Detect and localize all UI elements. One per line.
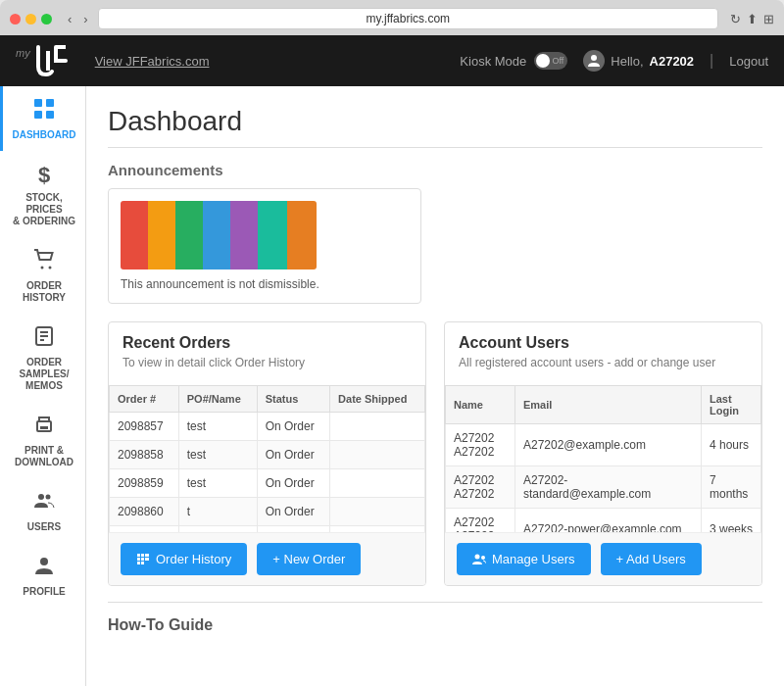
name-cell: A27202 A27202 [446,424,515,466]
last-login-cell: 3 weeks [701,509,760,533]
col-order-num: Order # [110,386,179,413]
back-button[interactable]: ‹ [64,10,75,28]
page-title: Dashboard [108,106,762,148]
status-cell: On Order [257,441,329,469]
main-layout: DASHBOARD $ STOCK,PRICES& ORDERING ORDER… [0,86,784,686]
account-users-footer: Manage Users + Add Users [445,532,761,585]
top-nav: my View JFFabrics.com Kiosk Mode Off Hel… [0,35,784,86]
account-users-table: Name Email Last Login A27202 A27202A2720… [445,385,761,532]
svg-point-6 [49,267,52,270]
browser-chrome: ‹ › my.jffabrics.com ↻ ⬆ ⊞ [0,0,784,35]
share-button[interactable]: ⬆ [747,12,758,26]
address-bar[interactable]: my.jffabrics.com [98,8,718,29]
howto-title: How-To Guide [108,616,762,634]
toggle-off-label: Off [552,54,564,68]
new-tab-button[interactable]: ⊞ [763,12,774,26]
col-status: Status [257,386,329,413]
svg-point-13 [38,494,44,500]
col-name: Name [446,386,515,424]
order-history-icon [136,553,150,566]
minimize-dot[interactable] [25,14,36,24]
sidebar-print-label: PRINT &DOWNLOAD [15,445,74,468]
sidebar-users-label: USERS [27,521,61,533]
account-users-title: Account Users [459,334,748,352]
po-cell: t [178,498,257,526]
table-row: A27202 A27202A27202-standard@example.com… [446,466,761,509]
table-row: A27202 A27202A27202@example.com4 hours [446,424,761,466]
svg-point-24 [475,554,480,559]
dashboard-icon [33,98,55,125]
svg-rect-17 [141,554,144,557]
view-jffabrics-link[interactable]: View JFFabrics.com [95,54,210,69]
close-dot[interactable] [10,14,21,24]
last-login-cell: 4 hours [701,424,760,466]
table-row: 2098857testOn Order [110,413,425,441]
samples-icon [33,325,55,353]
new-order-label: + New Order [272,552,345,566]
sidebar: DASHBOARD $ STOCK,PRICES& ORDERING ORDER… [0,86,86,686]
col-po-name: PO#/Name [178,386,257,413]
name-cell: A27202 A27202 [446,509,515,533]
sidebar-item-print[interactable]: PRINT &DOWNLOAD [0,402,85,478]
app-wrapper: my View JFFabrics.com Kiosk Mode Off Hel… [0,35,784,686]
svg-point-0 [591,55,597,61]
svg-point-14 [46,495,51,500]
announcement-image [121,201,317,270]
svg-rect-21 [145,558,149,561]
kiosk-toggle-switch[interactable]: Off [534,52,567,70]
account-users-header: Account Users All registered account use… [445,322,761,385]
svg-rect-2 [46,99,54,107]
po-cell: test [178,441,257,469]
recent-orders-panel: Recent Orders To view in detail click Or… [108,321,426,586]
sidebar-item-stock[interactable]: $ STOCK,PRICES& ORDERING [0,151,85,237]
table-row: 2098860tOn Order [110,498,425,526]
jf-logo [32,43,75,78]
refresh-button[interactable]: ↻ [730,12,741,26]
add-users-button[interactable]: + Add Users [601,543,702,575]
svg-rect-3 [34,111,42,119]
logo: my [16,43,75,78]
sidebar-item-order-history[interactable]: ORDERHISTORY [0,237,85,314]
col-date-shipped: Date Shipped [330,386,425,413]
po-cell: test [178,413,257,441]
print-icon [33,414,55,441]
account-users-panel: Account Users All registered account use… [444,321,762,586]
add-users-label: + Add Users [616,552,686,566]
forward-button[interactable]: › [79,10,91,28]
email-cell: A27202-power@example.com [514,509,701,533]
svg-point-5 [41,267,44,270]
svg-rect-18 [145,554,149,557]
logout-button[interactable]: Logout [729,54,768,69]
account-users-table-wrapper[interactable]: Name Email Last Login A27202 A27202A2720… [445,385,761,532]
order-history-button[interactable]: Order History [121,543,247,575]
order-history-label: Order History [156,552,231,566]
sidebar-item-order-samples[interactable]: ORDERSAMPLES/MEMOS [0,314,85,402]
svg-rect-4 [46,111,54,119]
dollar-icon: $ [38,163,50,188]
sidebar-item-users[interactable]: USERS [0,478,85,543]
announcement-text: This announcement is not dismissible. [121,277,409,291]
sidebar-profile-label: PROFILE [23,586,65,598]
shipped-cell [330,498,425,526]
recent-orders-subtitle: To view in detail click Order History [122,356,412,369]
manage-users-button[interactable]: Manage Users [457,543,591,575]
sidebar-dashboard-label: DASHBOARD [13,129,76,141]
svg-rect-20 [141,558,144,561]
sidebar-item-profile[interactable]: PROFILE [0,543,85,608]
account-users-subtitle: All registered account users - add or ch… [459,356,748,369]
recent-orders-table-wrapper[interactable]: Order # PO#/Name Status Date Shipped 209… [109,385,425,532]
sidebar-item-dashboard[interactable]: DASHBOARD [0,86,85,151]
new-order-button[interactable]: + New Order [257,543,361,575]
order-num-cell: 2098857 [110,413,179,441]
my-text: my [16,47,30,59]
status-cell: On Order [257,413,329,441]
maximize-dot[interactable] [41,14,52,24]
shipped-cell [330,441,425,469]
nav-divider: | [710,52,713,70]
col-last-login: Last Login [701,386,760,424]
two-col-layout: Recent Orders To view in detail click Or… [108,321,762,586]
po-cell: test [178,469,257,498]
table-row: A27202 A27202A27202-power@example.com3 w… [446,509,761,533]
shipped-cell [330,469,425,498]
kiosk-mode-toggle: Kiosk Mode Off [460,52,567,70]
